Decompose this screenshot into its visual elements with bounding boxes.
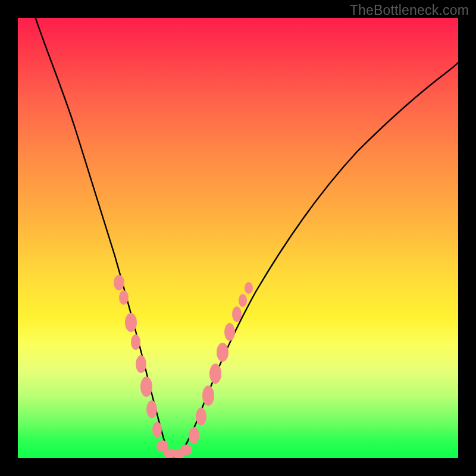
outer-frame: TheBottleneck.com <box>0 0 476 476</box>
bottleneck-curve-path <box>36 18 458 458</box>
marker-dot <box>152 422 162 437</box>
marker-dot <box>136 355 146 373</box>
marker-dot <box>189 427 199 444</box>
watermark-text: TheBottleneck.com <box>350 2 469 18</box>
marker-dot <box>217 343 228 362</box>
marker-dot <box>209 364 221 384</box>
marker-dot <box>232 306 242 322</box>
marker-dot <box>180 444 192 455</box>
marker-dot <box>245 282 253 294</box>
marker-dot <box>224 323 235 341</box>
marker-dot <box>114 275 124 290</box>
bottleneck-chart <box>18 18 458 458</box>
marker-dot <box>196 408 206 425</box>
plot-area <box>18 18 458 458</box>
marker-group <box>114 275 253 458</box>
marker-dot <box>239 294 247 307</box>
marker-dot <box>125 313 137 332</box>
marker-dot <box>140 377 152 397</box>
marker-dot <box>119 290 129 305</box>
marker-dot <box>146 400 157 418</box>
marker-dot <box>202 386 214 406</box>
marker-dot <box>131 334 140 350</box>
